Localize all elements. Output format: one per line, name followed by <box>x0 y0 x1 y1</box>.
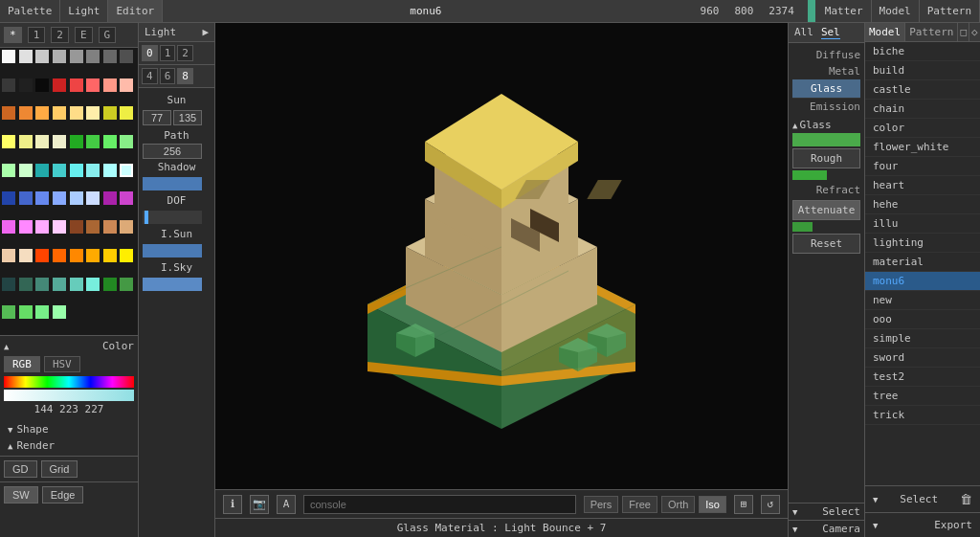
palette-cell[interactable] <box>35 305 49 319</box>
palette-cell[interactable] <box>2 220 15 234</box>
palette-cell[interactable] <box>19 191 33 205</box>
palette-cell[interactable] <box>86 191 100 205</box>
model-tab[interactable]: Model <box>872 0 920 22</box>
palette-cell[interactable] <box>35 135 49 148</box>
palette-cell[interactable] <box>19 78 33 92</box>
palette-cell[interactable] <box>86 164 100 177</box>
grid-button[interactable]: Grid <box>41 460 78 478</box>
palette-cell[interactable] <box>35 106 49 120</box>
attenuate-button[interactable]: Attenuate <box>792 200 860 220</box>
palette-cell[interactable] <box>70 249 83 262</box>
palette-cell[interactable] <box>2 249 15 262</box>
model-item-material[interactable]: material <box>865 253 980 272</box>
model-item-biche[interactable]: biche <box>865 42 980 61</box>
model-item-tree[interactable]: tree <box>865 387 980 406</box>
a-button[interactable]: A <box>277 495 296 514</box>
palette-cell[interactable] <box>2 191 15 205</box>
palette-cell[interactable] <box>19 220 33 234</box>
palette-cell[interactable] <box>53 78 66 92</box>
rgb-tab[interactable]: RGB <box>4 356 40 372</box>
console-input[interactable] <box>303 495 576 514</box>
matter-sel-tab[interactable]: Sel <box>821 26 840 39</box>
palette-cell[interactable] <box>70 278 83 291</box>
model-item-color[interactable]: color <box>865 119 980 138</box>
palette-tab-star[interactable]: * <box>4 27 22 43</box>
light-tab-8[interactable]: 8 <box>177 68 193 84</box>
palette-cell[interactable] <box>86 249 100 262</box>
palette-cell[interactable] <box>2 78 15 92</box>
palette-cell[interactable] <box>19 106 33 120</box>
palette-cell[interactable] <box>120 191 133 205</box>
palette-cell[interactable] <box>19 278 33 291</box>
reset-view[interactable]: ↺ <box>761 495 780 514</box>
camera-header[interactable]: ▼ Camera <box>789 521 864 537</box>
grid-toggle[interactable]: ⊞ <box>734 495 753 514</box>
palette-cell[interactable] <box>53 220 66 234</box>
palette-cell[interactable] <box>103 106 117 120</box>
model-item-sword[interactable]: sword <box>865 348 980 368</box>
rough-bar[interactable] <box>792 170 827 180</box>
free-button[interactable]: Free <box>622 496 657 513</box>
palette-cell[interactable] <box>2 305 15 319</box>
attenuate-bar[interactable] <box>792 222 813 232</box>
model-item-flower_white[interactable]: flower_white <box>865 138 980 157</box>
palette-cell[interactable] <box>53 249 66 262</box>
model-icon-tab-1[interactable]: □ <box>958 23 969 41</box>
light-tab-1[interactable]: 1 <box>160 45 176 61</box>
render-expand-icon[interactable]: ▲ <box>8 441 12 451</box>
select-section-header[interactable]: ▼ Select 🗑 <box>869 490 976 508</box>
palette-cell[interactable] <box>19 164 33 177</box>
pattern-tab-btn[interactable]: Pattern <box>905 23 958 41</box>
palette-cell[interactable] <box>53 106 66 120</box>
palette-cell[interactable] <box>86 50 100 63</box>
palette-cell[interactable] <box>103 191 117 205</box>
palette-cell[interactable] <box>70 78 83 92</box>
palette-cell[interactable] <box>35 164 49 177</box>
model-icon-tab-2[interactable]: ◇ <box>969 23 980 41</box>
light-tab-4[interactable]: 4 <box>142 68 158 84</box>
palette-cell[interactable] <box>35 278 49 291</box>
palette-cell[interactable] <box>35 249 49 262</box>
palette-cell[interactable] <box>103 164 117 177</box>
palette-cell[interactable] <box>35 220 49 234</box>
model-item-simple[interactable]: simple <box>865 329 980 348</box>
palette-cell[interactable] <box>35 50 49 63</box>
iso-button[interactable]: Iso <box>699 496 726 513</box>
palette-cell[interactable] <box>120 135 133 148</box>
palette-cell[interactable] <box>120 78 133 92</box>
palette-cell[interactable] <box>86 278 100 291</box>
palette-cell[interactable] <box>103 278 117 291</box>
shadow-color[interactable] <box>143 177 202 190</box>
model-item-trick[interactable]: trick <box>865 406 980 425</box>
pers-button[interactable]: Pers <box>584 496 619 513</box>
sw-button[interactable]: SW <box>4 486 38 503</box>
palette-cell[interactable] <box>86 78 100 92</box>
glass-green-bar[interactable] <box>792 133 860 146</box>
palette-cell[interactable] <box>19 135 33 148</box>
palette-cell[interactable] <box>120 249 133 262</box>
gd-button[interactable]: GD <box>4 460 37 478</box>
palette-cell[interactable] <box>53 135 66 148</box>
palette-cell[interactable] <box>35 191 49 205</box>
editor-tab[interactable]: Editor <box>108 0 163 22</box>
light-arrow[interactable]: ▶ <box>202 26 209 38</box>
model-item-ooo[interactable]: ooo <box>865 310 980 329</box>
palette-tab[interactable]: Palette <box>0 0 60 22</box>
palette-cell[interactable] <box>70 191 83 205</box>
rough-button[interactable]: Rough <box>792 148 860 168</box>
saturation-slider[interactable] <box>4 390 134 401</box>
model-item-castle[interactable]: castle <box>865 80 980 100</box>
palette-cell[interactable] <box>70 164 83 177</box>
light-tab-2[interactable]: 2 <box>177 45 193 61</box>
model-item-four[interactable]: four <box>865 157 980 176</box>
shape-expand-icon[interactable]: ▼ <box>8 425 12 435</box>
palette-tab-g[interactable]: G <box>99 27 117 43</box>
model-item-monu6[interactable]: monu6 <box>865 272 980 291</box>
model-item-chain[interactable]: chain <box>865 100 980 119</box>
palette-cell[interactable] <box>120 106 133 120</box>
palette-tab-1[interactable]: 1 <box>28 27 46 43</box>
light-tab-0[interactable]: 0 <box>142 45 158 61</box>
palette-cell[interactable] <box>53 50 66 63</box>
palette-cell[interactable] <box>53 278 66 291</box>
palette-cell[interactable] <box>53 191 66 205</box>
